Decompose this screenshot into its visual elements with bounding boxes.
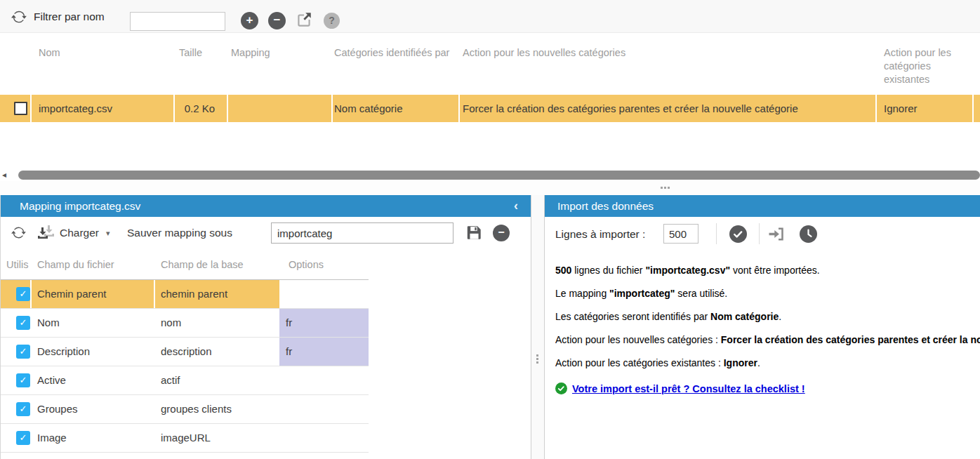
file-checkbox[interactable] — [14, 102, 27, 115]
options-cell — [279, 280, 369, 308]
mapping-row-description[interactable]: ✓ Description description fr — [1, 338, 369, 366]
import-panel: Import des données Lignes à importer : — [544, 195, 980, 459]
column-header-db-field: Champ de la base — [155, 249, 279, 280]
import-toolbar: Lignes à importer : — [545, 217, 980, 251]
used-checkbox[interactable]: ✓ — [16, 345, 30, 359]
file-action-new-cell: Forcer la création des catégories parent… — [460, 95, 877, 122]
file-field-cell: Nom — [32, 309, 155, 337]
column-header-options: Options — [279, 249, 369, 280]
help-button[interactable]: ? — [324, 13, 340, 29]
mapping-row-image[interactable]: ✓ Image imageURL — [1, 424, 369, 453]
mapping-table-header: Utilis Champ du fichier Champ de la base… — [1, 249, 369, 280]
summary-line-mapping: Le mapping "importcateg" sera utilisé. — [555, 287, 980, 300]
column-header-action-new: Action pour les nouvelles catégories — [460, 33, 877, 95]
lines-to-import-label: Lignes à importer : — [555, 217, 645, 251]
charger-button[interactable]: Charger — [60, 217, 99, 249]
toolbar-divider — [716, 223, 717, 244]
db-field-cell: description — [155, 338, 279, 366]
column-header-file-field: Champ du fichier — [32, 249, 155, 280]
file-name-cell: importcateg.csv — [32, 95, 175, 122]
remove-button[interactable]: − — [268, 12, 286, 29]
file-row-checkbox-cell — [0, 95, 32, 122]
used-cell: ✓ — [1, 338, 32, 366]
options-cell[interactable]: fr — [279, 309, 369, 337]
import-summary: 500 lignes du fichier "importcateg.csv" … — [545, 251, 980, 394]
horizontal-splitter[interactable] — [0, 181, 980, 195]
db-field-cell: actif — [155, 366, 279, 394]
column-header-nom: Nom — [32, 33, 175, 95]
validate-import-button[interactable] — [729, 225, 747, 243]
options-cell[interactable]: fr — [279, 338, 369, 366]
mapping-panel-header: Mapping importcateg.csv ‹ — [1, 195, 531, 217]
filter-input[interactable] — [130, 12, 225, 31]
file-field-cell: Chemin parent — [32, 280, 155, 308]
file-field-cell: Image — [32, 424, 155, 452]
column-header-action-existing: Action pour les catégories existantes — [877, 33, 974, 95]
options-cell — [279, 424, 369, 452]
column-header-taille: Taille — [175, 33, 228, 95]
filter-label: Filtrer par nom — [34, 0, 105, 33]
db-field-cell: chemin parent — [155, 280, 279, 308]
column-header-used: Utilis — [1, 249, 32, 280]
options-cell — [279, 366, 369, 394]
mapping-panel-title: Mapping importcateg.csv — [20, 200, 140, 212]
db-field-cell: imageURL — [155, 424, 279, 452]
load-mapping-icon[interactable] — [37, 225, 55, 240]
file-row-importcateg[interactable]: importcateg.csv 0.2 Ko Nom catégorie For… — [0, 95, 980, 122]
file-identified-by-cell: Nom catégorie — [333, 95, 460, 122]
file-row-overflow-cell — [974, 95, 980, 122]
file-size-cell: 0.2 Ko — [175, 95, 228, 122]
used-checkbox[interactable]: ✓ — [16, 402, 30, 416]
chevron-down-icon[interactable]: ▾ — [106, 217, 110, 249]
db-field-cell: groupes clients — [155, 395, 279, 423]
column-header-mapping: Mapping — [228, 33, 333, 95]
files-toolbar: Filtrer par nom + − ? — [0, 0, 980, 33]
refresh-icon[interactable] — [11, 225, 26, 240]
import-panel-title: Import des données — [557, 200, 654, 212]
used-cell: ✓ — [1, 280, 32, 308]
used-cell: ✓ — [1, 309, 32, 337]
toolbar-divider — [759, 223, 760, 244]
refresh-icon[interactable] — [11, 9, 27, 25]
open-external-icon[interactable] — [295, 11, 313, 29]
import-screen: Filtrer par nom + − ? Nom Taille Mapping… — [0, 0, 980, 459]
mapping-name-input[interactable] — [271, 222, 453, 244]
files-table-header: Nom Taille Mapping Catégories identifiéé… — [0, 33, 980, 95]
checklist-link[interactable]: Votre import est-il prêt ? Consultez la … — [572, 383, 805, 394]
mapping-row-active[interactable]: ✓ Active actif — [1, 366, 369, 395]
schedule-import-icon[interactable] — [800, 225, 817, 243]
delete-mapping-button[interactable]: − — [493, 225, 510, 241]
splitter-grip-icon[interactable] — [536, 354, 538, 364]
file-field-cell: Groupes — [32, 395, 155, 423]
used-cell: ✓ — [1, 366, 32, 394]
used-checkbox[interactable]: ✓ — [16, 316, 30, 330]
used-checkbox[interactable]: ✓ — [16, 373, 30, 387]
used-checkbox[interactable]: ✓ — [16, 431, 30, 445]
summary-line-action-new: Action pour les nouvelles catégories : F… — [555, 333, 980, 347]
used-cell: ✓ — [1, 424, 32, 452]
vertical-splitter[interactable] — [531, 195, 544, 459]
start-import-icon[interactable] — [768, 227, 785, 241]
mapping-row-groupes[interactable]: ✓ Groupes groupes clients — [1, 395, 369, 424]
options-cell — [279, 395, 369, 423]
horizontal-scrollbar-thumb[interactable] — [18, 171, 980, 180]
summary-line-identified: Les catégories seront identifiés par Nom… — [555, 310, 980, 324]
file-field-cell: Description — [32, 338, 155, 366]
add-button[interactable]: + — [241, 12, 258, 29]
column-header-categories: Catégories identifiéés par — [333, 33, 460, 95]
mapping-panel: Mapping importcateg.csv ‹ Charger — [0, 195, 531, 459]
checklist-row: Votre import est-il prêt ? Consultez la … — [555, 382, 980, 394]
scroll-left-arrow[interactable]: ◂ — [2, 170, 6, 180]
summary-line-action-existing: Action pour les catégories existantes : … — [555, 357, 980, 370]
mapping-row-chemin-parent[interactable]: ✓ Chemin parent chemin parent — [1, 280, 369, 309]
import-panel-header: Import des données — [545, 195, 980, 217]
mapping-toolbar: Charger ▾ Sauver mapping sous − — [1, 217, 531, 249]
mapping-row-nom[interactable]: ✓ Nom nom fr — [1, 309, 369, 338]
file-action-existing-cell: Ignorer — [877, 95, 974, 122]
collapse-panel-icon[interactable]: ‹ — [514, 195, 518, 217]
lines-to-import-input[interactable] — [663, 224, 698, 244]
used-checkbox[interactable]: ✓ — [16, 287, 30, 301]
splitter-grip-icon[interactable] — [661, 187, 670, 189]
save-mapping-icon[interactable] — [467, 225, 482, 240]
db-field-cell: nom — [155, 309, 279, 337]
